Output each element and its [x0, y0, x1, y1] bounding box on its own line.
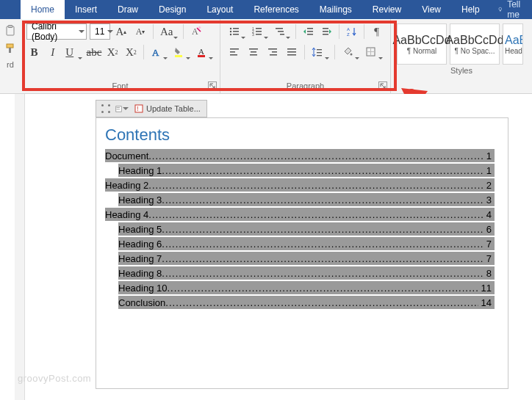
svg-rect-11: [198, 55, 205, 57]
text-effects-button[interactable]: A: [148, 44, 168, 60]
paragraph-dialog-launcher[interactable]: [378, 81, 387, 90]
line-spacing-button[interactable]: [309, 44, 330, 60]
table-of-contents[interactable]: Document................................…: [96, 149, 508, 309]
styles-group: AaBbCcDd ¶ Normal AaBbCcDd ¶ No Spac... …: [391, 19, 532, 93]
bullets-button[interactable]: [226, 23, 246, 40]
tab-help[interactable]: Help: [451, 0, 490, 19]
tell-me[interactable]: Tell me: [490, 0, 532, 19]
toc-entry-page: 11: [478, 283, 492, 294]
style-heading[interactable]: AaB Head: [503, 23, 523, 65]
tab-layout[interactable]: Layout: [196, 0, 243, 19]
separator: [304, 45, 305, 59]
toc-layout-button[interactable]: [115, 102, 129, 115]
bold-button[interactable]: B: [26, 44, 42, 60]
font-name-value: Calibri (Body): [32, 21, 76, 42]
toc-mini-toolbar: ! Update Table...: [96, 100, 207, 117]
toc-entry-page: 7: [484, 253, 492, 264]
chevron-down-icon: [79, 30, 85, 33]
svg-rect-21: [256, 31, 262, 32]
svg-rect-3: [8, 26, 12, 28]
style-normal[interactable]: AaBbCcDd ¶ Normal: [397, 23, 447, 65]
toc-entry-label: Heading 3: [118, 194, 162, 206]
toc-entry[interactable]: Document................................…: [105, 149, 495, 162]
format-painter-icon[interactable]: [4, 43, 16, 54]
tab-view[interactable]: View: [411, 0, 451, 19]
contents-title: Contents: [96, 118, 508, 149]
svg-rect-25: [278, 31, 284, 32]
paste-icon[interactable]: [4, 25, 16, 37]
tab-design[interactable]: Design: [148, 0, 196, 19]
toc-entry[interactable]: Heading 6...............................…: [118, 237, 495, 250]
svg-rect-4: [7, 44, 13, 48]
highlight-button[interactable]: [171, 44, 191, 60]
style-sample: AaBbCcDd: [445, 34, 503, 47]
strikethrough-button[interactable]: abc: [86, 44, 101, 60]
tab-draw[interactable]: Draw: [107, 0, 148, 19]
toc-entry[interactable]: Heading 2...............................…: [105, 178, 495, 192]
tab-references[interactable]: References: [243, 0, 309, 19]
toc-entry[interactable]: Heading 1...............................…: [118, 164, 495, 177]
svg-rect-43: [270, 54, 277, 56]
shading-button[interactable]: [339, 44, 360, 60]
toc-entry[interactable]: Heading 4...............................…: [105, 208, 495, 221]
svg-point-54: [101, 104, 104, 106]
style-sample: AaBbCcDd: [392, 34, 450, 47]
style-no-spacing[interactable]: AaBbCcDd ¶ No Spac...: [450, 23, 500, 65]
borders-button[interactable]: [363, 44, 384, 60]
bullets-icon: [229, 26, 240, 37]
toc-entry[interactable]: Heading 3...............................…: [118, 193, 495, 206]
font-color-button[interactable]: A: [194, 44, 214, 60]
font-color-icon: A: [196, 46, 208, 58]
align-left-button[interactable]: [226, 44, 242, 60]
tab-home[interactable]: Home: [21, 0, 65, 19]
indent-icon: [321, 26, 333, 37]
tab-review[interactable]: Review: [362, 0, 411, 19]
toc-entry[interactable]: Heading 7...............................…: [118, 252, 495, 265]
justify-icon: [286, 46, 298, 58]
refresh-icon: !: [134, 104, 143, 113]
toc-entry[interactable]: Heading 5...............................…: [118, 222, 495, 236]
toc-entry[interactable]: Conclusion..............................…: [118, 296, 495, 309]
tab-insert[interactable]: Insert: [65, 0, 107, 19]
underline-button[interactable]: U: [63, 44, 83, 60]
clear-formatting-button[interactable]: A: [188, 23, 204, 40]
justify-button[interactable]: [284, 44, 300, 60]
italic-button[interactable]: I: [45, 44, 60, 60]
decrease-indent-button[interactable]: [301, 23, 316, 40]
toc-entry-page: 14: [478, 297, 492, 308]
toc-entry[interactable]: Heading 10..............................…: [118, 281, 495, 294]
toc-leader-dots: ........................................…: [162, 239, 483, 250]
clipboard-label-edge: rd: [7, 60, 14, 69]
grow-font-button[interactable]: A▴: [113, 23, 129, 40]
toc-entry[interactable]: Heading 8...............................…: [118, 266, 495, 280]
toc-entry-label: Heading 6: [118, 239, 162, 250]
update-table-button[interactable]: ! Update Table...: [132, 104, 204, 113]
page: Contents Document.......................…: [96, 117, 508, 389]
line-spacing-icon: [312, 46, 323, 58]
numbering-button[interactable]: 123: [249, 23, 269, 40]
svg-text:A: A: [152, 47, 159, 58]
svg-rect-40: [250, 54, 257, 56]
toc-handle-icon[interactable]: [99, 102, 112, 115]
separator: [364, 24, 364, 39]
align-center-button[interactable]: [245, 44, 262, 60]
subscript-button[interactable]: X2: [105, 44, 121, 60]
svg-rect-47: [317, 49, 322, 50]
multilevel-list-button[interactable]: [272, 23, 292, 40]
align-right-button[interactable]: [265, 44, 281, 60]
separator: [339, 24, 339, 39]
tab-mailings[interactable]: Mailings: [309, 0, 362, 19]
font-size-select[interactable]: 11: [90, 23, 110, 40]
toc-entry-label: Document: [105, 150, 148, 161]
svg-text:3: 3: [252, 32, 254, 37]
svg-rect-24: [276, 28, 283, 29]
superscript-button[interactable]: X2: [123, 44, 139, 60]
shrink-font-button[interactable]: A▾: [132, 23, 148, 40]
font-name-select[interactable]: Calibri (Body): [26, 23, 87, 40]
show-hide-button[interactable]: ¶: [369, 23, 384, 40]
font-dialog-launcher[interactable]: [208, 81, 217, 90]
update-table-label: Update Table...: [146, 104, 201, 113]
sort-button[interactable]: AZ: [344, 23, 359, 40]
change-case-button[interactable]: Aa: [158, 23, 179, 40]
increase-indent-button[interactable]: [319, 23, 334, 40]
